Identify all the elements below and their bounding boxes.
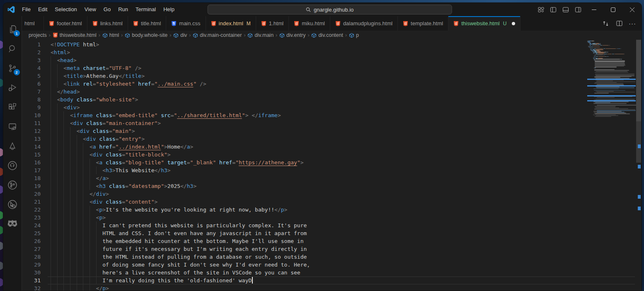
line-number[interactable]: 7 [22,88,41,96]
tab-links.html[interactable]: links.html [87,16,128,31]
customize-layout-icon[interactable] [535,5,546,14]
code-line-5[interactable]: 5<title>Athene.Gay</title> [22,72,642,80]
line-number[interactable]: 3 [22,56,41,64]
code-line-13[interactable]: 13<div class="entry"> [22,135,642,143]
code-line-12[interactable]: 12<div class="main"> [22,127,642,135]
open-changes-icon[interactable] [600,18,612,29]
toggle-panel-icon[interactable] [560,5,571,14]
code-line-3[interactable]: 3<head> [22,56,642,64]
menu-selection[interactable]: Selection [51,3,80,16]
menu-run[interactable]: Run [114,3,132,16]
github-icon[interactable] [3,156,22,175]
line-number[interactable]: 11 [22,119,41,127]
code-line-21[interactable]: 21<div class="content"> [22,198,642,206]
breadcrumb-item-div.entry[interactable]: div.entry [279,32,305,38]
code-line-16[interactable]: 16<a class="blog-title" target="_blank" … [22,159,642,166]
breadcrumb-item-div.content[interactable]: div.content [311,32,343,38]
explorer-icon[interactable]: 1 [3,19,22,39]
code-line-2[interactable]: 2<html> [22,48,642,56]
code-line-25[interactable]: 25HTML and CSS. I don't even have any ja… [22,229,642,237]
menu-help[interactable]: Help [160,3,178,16]
line-number[interactable]: 18 [22,174,41,182]
command-center-search[interactable]: gnargle.github.io [208,5,452,14]
code-line-26[interactable]: 26the embedded hit counter at the bottom… [22,237,642,245]
breadcrumb-item-div[interactable]: div [173,32,187,38]
line-number[interactable]: 25 [22,229,41,237]
split-editor-icon[interactable] [613,18,625,29]
code-line-18[interactable]: 18</a> [22,174,642,182]
line-number[interactable]: 27 [22,245,41,253]
line-number[interactable]: 19 [22,182,41,190]
extensions-icon[interactable] [3,97,22,117]
tab-miku.html[interactable]: miku.html [289,16,330,31]
code-line-9[interactable]: 9<div> [22,103,642,111]
tab-thiswebsite.html[interactable]: thiswebsite.htmlU [448,16,521,31]
line-number[interactable]: 23 [22,214,41,221]
breadcrumb-item-div.main-container[interactable]: div.main-container [193,32,242,38]
line-number[interactable]: 26 [22,237,41,245]
tab-dalamudplugins.html[interactable]: dalamudplugins.html [330,16,398,31]
line-number[interactable]: 12 [22,127,41,135]
run-debug-icon[interactable] [3,78,22,97]
source-control-icon[interactable]: 2 [3,58,22,78]
line-number[interactable]: 2 [22,48,41,56]
line-number[interactable]: 4 [22,64,41,72]
line-number[interactable]: 17 [22,166,41,174]
minimize-button[interactable] [584,3,603,16]
line-number[interactable]: 1 [22,41,41,48]
code-line-14[interactable]: 14<a href="../index.html">Home</a> [22,143,642,151]
tab-1.html[interactable]: 1.html [256,16,289,31]
line-number[interactable]: 30 [22,269,41,277]
vertical-scrollbar[interactable] [636,40,642,291]
line-number[interactable]: 28 [22,253,41,261]
line-number[interactable]: 22 [22,206,41,214]
breadcrumb-item-projects[interactable]: projects [29,32,47,38]
code-line-29[interactable]: 29of doing some fancy shit I don't see w… [22,261,642,269]
code-line-23[interactable]: 23<p> [22,214,642,221]
menu-go[interactable]: Go [100,3,114,16]
code-editor[interactable]: 1<!DOCTYPE html>2<html>3<head>4<meta cha… [22,40,642,291]
breadcrumb-item-div.main[interactable]: div.main [247,32,274,38]
code-line-6[interactable]: 6<link rel="stylesheet" href="../main.cs… [22,80,642,88]
more-actions-icon[interactable]: ··· [627,18,638,29]
line-number[interactable]: 24 [22,221,41,229]
unsaved-dot-icon[interactable] [512,22,515,25]
line-number[interactable]: 21 [22,198,41,206]
code-line-7[interactable]: 7</head> [22,88,642,96]
line-number[interactable]: 14 [22,143,41,151]
code-line-22[interactable]: 22<p>It's the website you're looking at … [22,206,642,214]
git-graph-icon[interactable] [3,175,22,195]
toggle-primary-sidebar-icon[interactable] [548,5,559,14]
breadcrumb-item-thiswebsite.html[interactable]: thiswebsite.html [53,32,97,38]
code-line-17[interactable]: 17<h3>This Website</h3> [22,166,642,174]
code-line-20[interactable]: 20</div> [22,190,642,198]
line-number[interactable]: 13 [22,135,41,143]
tab-html[interactable]: html [22,16,44,31]
code-line-4[interactable]: 4<meta charset="UTF-8" /> [22,64,642,72]
close-button[interactable] [622,3,642,16]
breadcrumb-item-body.whole-site[interactable]: body.whole-site [125,32,167,38]
line-number[interactable]: 5 [22,72,41,80]
tab-template.html[interactable]: template.html [398,16,448,31]
minimap[interactable] [587,41,636,291]
gitlens-inspect-icon[interactable] [3,195,22,214]
breadcrumb-item-html[interactable]: html [102,32,119,38]
line-number[interactable]: 10 [22,111,41,119]
code-line-32[interactable]: 32</p> [22,284,642,291]
tab-index.html[interactable]: index.htmlM [206,16,256,31]
code-line-31[interactable]: 31I'm really doing this the 'old-fashion… [22,277,642,284]
search-icon[interactable] [3,39,22,58]
line-number[interactable]: 32 [22,284,41,291]
tab-footer.html[interactable]: footer.html [44,16,87,31]
remote-explorer-icon[interactable] [3,117,22,136]
breadcrumb-item-p[interactable]: p [349,32,359,38]
tab-title.html[interactable]: title.html [128,16,166,31]
code-line-15[interactable]: 15<div class="title-block"> [22,151,642,159]
code-line-24[interactable]: 24I can't pretend this website is partic… [22,221,642,229]
scrollbar-slider[interactable] [636,40,641,121]
line-number[interactable]: 20 [22,190,41,198]
line-number[interactable]: 31 [22,277,41,284]
toggle-secondary-sidebar-icon[interactable] [573,5,583,14]
godot-icon[interactable] [3,214,22,233]
maximize-button[interactable] [603,3,622,16]
